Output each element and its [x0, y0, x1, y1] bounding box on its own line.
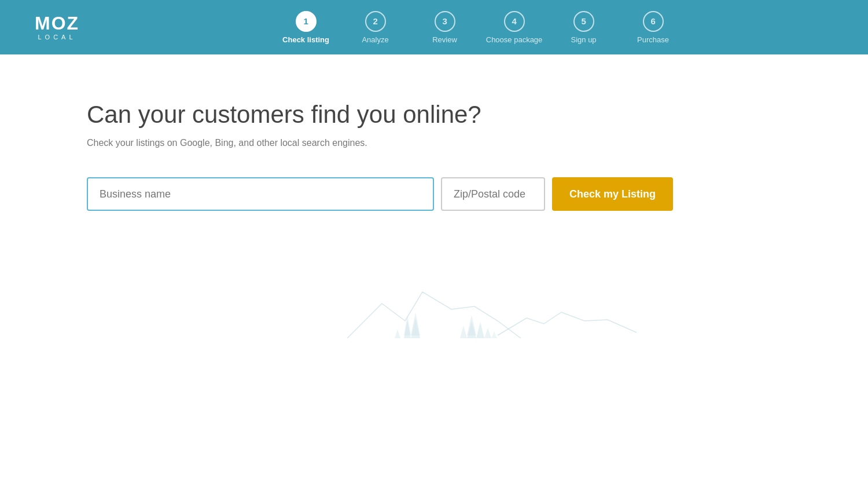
logo-moz-text: MOZ — [35, 14, 79, 32]
main-content: Can your customers find you online? Chec… — [0, 54, 868, 396]
logo[interactable]: MOZ LOCAL — [35, 14, 79, 41]
svg-marker-9 — [484, 328, 491, 338]
step-5-circle: 5 — [573, 11, 594, 32]
step-3-circle: 3 — [435, 11, 455, 32]
check-listing-button[interactable]: Check my Listing — [552, 177, 673, 211]
step-5-label: Sign up — [571, 35, 597, 44]
step-4-circle: 4 — [504, 11, 525, 32]
step-1-label: Check listing — [282, 35, 329, 44]
illustration-svg — [231, 246, 637, 361]
step-4[interactable]: 4 Choose package — [480, 11, 549, 44]
step-6-circle: 6 — [643, 11, 664, 32]
step-2-label: Analyze — [362, 35, 388, 44]
steps-nav: 1 Check listing 2 Analyze 3 Review 4 Cho… — [126, 11, 833, 44]
step-6[interactable]: 6 Purchase — [619, 11, 688, 44]
step-3[interactable]: 3 Review — [410, 11, 480, 44]
zip-code-input[interactable] — [441, 177, 545, 211]
logo-local-text: LOCAL — [38, 34, 76, 41]
svg-marker-8 — [476, 322, 484, 338]
step-1-circle: 1 — [296, 11, 317, 32]
svg-marker-4 — [395, 330, 400, 338]
svg-marker-10 — [491, 331, 497, 338]
step-1[interactable]: 1 Check listing — [271, 11, 341, 44]
svg-marker-1 — [404, 315, 411, 335]
svg-marker-7 — [467, 315, 476, 335]
search-bar: Check my Listing — [87, 177, 781, 211]
svg-marker-5 — [460, 326, 467, 338]
header: MOZ LOCAL 1 Check listing 2 Analyze 3 Re… — [0, 0, 868, 54]
step-2[interactable]: 2 Analyze — [341, 11, 410, 44]
business-name-input[interactable] — [87, 177, 434, 211]
step-2-circle: 2 — [365, 11, 386, 32]
step-4-label: Choose package — [486, 35, 543, 44]
step-5[interactable]: 5 Sign up — [549, 11, 619, 44]
page-subheadline: Check your listings on Google, Bing, and… — [87, 138, 781, 148]
step-3-label: Review — [432, 35, 457, 44]
illustration — [231, 246, 637, 361]
page-headline: Can your customers find you online? — [87, 101, 781, 129]
svg-marker-3 — [411, 312, 420, 335]
step-6-label: Purchase — [637, 35, 669, 44]
